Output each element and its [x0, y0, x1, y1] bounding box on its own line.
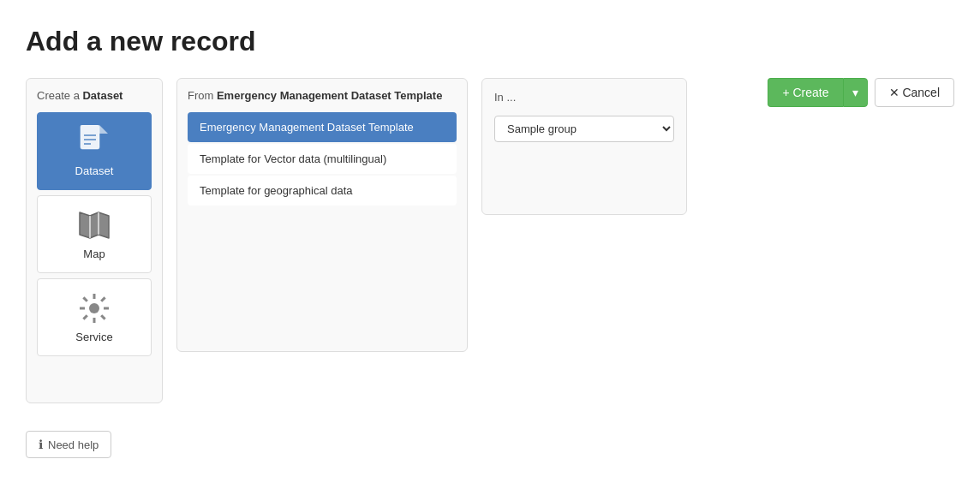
help-icon: ℹ — [39, 438, 43, 451]
svg-line-15 — [101, 315, 105, 319]
group-select[interactable]: Sample group Group 2 Group 3 — [494, 116, 674, 142]
svg-marker-1 — [99, 125, 108, 134]
type-item-map[interactable]: Map — [37, 195, 152, 273]
create-panel-title: Create a Dataset — [37, 89, 152, 102]
svg-line-14 — [83, 297, 87, 301]
service-icon — [77, 291, 111, 325]
help-button[interactable]: ℹ Need help — [26, 431, 111, 458]
templates-panel-title: From Emergency Management Dataset Templa… — [188, 89, 457, 102]
create-button[interactable]: + Create — [768, 78, 842, 107]
svg-point-9 — [89, 303, 99, 313]
create-type-panel: Create a Dataset Dataset — [26, 78, 163, 403]
bottom-bar: ℹ Need help — [26, 431, 954, 458]
templates-panel: From Emergency Management Dataset Templa… — [176, 78, 468, 352]
type-label-service: Service — [75, 331, 112, 343]
svg-rect-0 — [81, 125, 99, 149]
group-panel-title: In ... — [494, 91, 674, 104]
cancel-button[interactable]: ✕ Cancel — [875, 78, 954, 107]
template-item-vector[interactable]: Template for Vector data (multilingual) — [188, 144, 457, 174]
template-item-emergency[interactable]: Emergency Management Dataset Template — [188, 112, 457, 142]
dataset-icon — [77, 125, 111, 159]
create-dropdown-button[interactable]: ▾ — [843, 78, 868, 107]
page-title: Add a new record — [26, 26, 954, 57]
type-label-dataset: Dataset — [75, 164, 114, 177]
group-panel: In ... Sample group Group 2 Group 3 — [481, 78, 687, 215]
svg-line-16 — [101, 297, 105, 301]
map-icon — [77, 208, 111, 242]
svg-marker-6 — [80, 212, 109, 238]
chevron-down-icon: ▾ — [852, 86, 858, 99]
type-label-map: Map — [83, 247, 105, 260]
type-item-dataset[interactable]: Dataset — [37, 112, 152, 190]
template-item-geographical[interactable]: Template for geographical data — [188, 176, 457, 206]
type-item-service[interactable]: Service — [37, 278, 152, 356]
svg-line-17 — [83, 315, 87, 319]
